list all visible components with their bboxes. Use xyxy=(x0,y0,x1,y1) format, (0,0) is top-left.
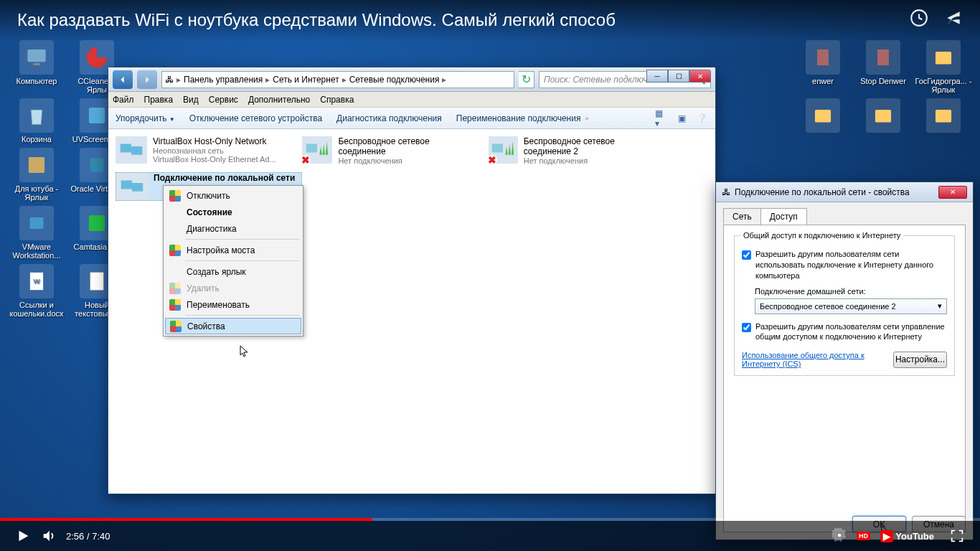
ctx-rename[interactable]: Переименовать xyxy=(165,296,301,313)
menu-tools[interactable]: Сервис xyxy=(209,95,238,105)
separator xyxy=(185,315,300,316)
toolbar-disable[interactable]: Отключение сетевого устройства xyxy=(189,113,322,123)
settings-icon[interactable] xyxy=(832,528,847,545)
checkbox-allow-control[interactable] xyxy=(742,323,751,332)
item-sub: Неопознанная сеть xyxy=(153,146,276,155)
desktop-icon[interactable] xyxy=(914,98,973,135)
help-icon[interactable]: ❔ xyxy=(695,112,708,125)
volume-button[interactable] xyxy=(36,523,62,549)
breadcrumb[interactable]: 🖧 ▸ Панель управления ▸ Сеть и Интернет … xyxy=(161,71,514,88)
desktop-icon[interactable]: enwer xyxy=(793,40,852,94)
hd-badge: HD xyxy=(857,532,870,540)
play-button[interactable] xyxy=(10,523,36,549)
breadcrumb-icon: 🖧 xyxy=(165,75,174,85)
separator xyxy=(185,260,300,261)
desktop-icon[interactable]: Компьютер xyxy=(7,40,66,94)
view-mode-icon[interactable]: ▦ ▾ xyxy=(655,112,668,125)
desktop-icon[interactable]: Корзина xyxy=(7,98,66,143)
network-item[interactable]: Беспроводное сетевое соединениеНет подкл… xyxy=(302,136,474,165)
desktop-icon[interactable]: Stop Denwer xyxy=(854,40,913,94)
close-button[interactable]: ✕ xyxy=(689,70,711,83)
watch-later-icon[interactable] xyxy=(910,9,928,32)
context-menu: Отключить Состояние Диагностика Настройк… xyxy=(163,185,303,336)
breadcrumb-item[interactable]: Сеть и Интернет xyxy=(273,75,339,85)
toolbar-organize[interactable]: Упорядочить ▼ xyxy=(116,113,175,123)
ctx-diagnose[interactable]: Диагностика xyxy=(165,220,301,237)
menu-edit[interactable]: Правка xyxy=(144,95,174,105)
toolbar-overflow[interactable]: » xyxy=(585,115,588,122)
icon-label: VMware Workstation... xyxy=(7,242,66,260)
dialog-tabs: Сеть Доступ xyxy=(716,202,973,225)
svg-rect-16 xyxy=(121,144,131,153)
fullscreen-button[interactable] xyxy=(944,523,970,549)
close-button[interactable]: ✕ xyxy=(938,186,967,199)
svg-rect-18 xyxy=(306,144,317,153)
dropdown-value: Беспроводное сетевое соединение 2 xyxy=(760,302,896,311)
checkbox-allow-share[interactable] xyxy=(742,250,751,260)
icon-label: ГосГидрогра... - Ярлык xyxy=(914,77,973,94)
menu-help[interactable]: Справка xyxy=(320,95,354,105)
group-label: Общий доступ к подключению к Интернету xyxy=(740,231,903,240)
shield-icon xyxy=(169,245,181,256)
desktop-icon[interactable]: VMware Workstation... xyxy=(7,206,66,260)
properties-dialog: 🖧 Подключение по локальной сети - свойст… xyxy=(715,182,974,540)
explorer-titlebar[interactable]: 🖧 ▸ Панель управления ▸ Сеть и Интернет … xyxy=(108,67,715,92)
separator xyxy=(185,239,300,240)
desktop-icon[interactable] xyxy=(793,98,852,135)
refresh-button[interactable]: ↻ xyxy=(519,71,534,88)
tab-network[interactable]: Сеть xyxy=(723,208,761,225)
video-title-text: Как раздавать WiFi с ноутбука средствами… xyxy=(17,10,616,30)
item-title: Беспроводное сетевое соединение 2 xyxy=(524,136,661,156)
svg-point-23 xyxy=(837,533,841,537)
svg-rect-20 xyxy=(121,181,132,189)
settings-button[interactable]: Настройка... xyxy=(893,352,947,368)
breadcrumb-item[interactable]: Панель управления xyxy=(184,75,263,85)
svg-rect-14 xyxy=(875,110,891,122)
desktop-icon[interactable]: ГосГидрогра... - Ярлык xyxy=(914,40,973,94)
icon-label: Ссылки и кошельки.docx xyxy=(7,301,66,318)
svg-rect-4 xyxy=(90,159,104,172)
desktop-icon[interactable]: Для ютуба - Ярлык xyxy=(7,148,66,202)
preview-pane-icon[interactable]: ▣ xyxy=(675,112,688,125)
minimize-button[interactable]: ─ xyxy=(646,70,668,83)
home-network-dropdown[interactable]: Беспроводное сетевое соединение 2 ▾ xyxy=(755,298,947,314)
nav-forward-button[interactable] xyxy=(137,70,157,89)
toolbar-diagnose[interactable]: Диагностика подключения xyxy=(336,113,442,123)
share-icon[interactable] xyxy=(944,9,963,32)
breadcrumb-item[interactable]: Сетевые подключения xyxy=(349,75,440,85)
item-sub: Нет подключения xyxy=(524,156,661,165)
desktop-icons-right: enwer Stop Denwer ГосГидрогра... - Ярлык xyxy=(772,40,973,135)
dialog-titlebar[interactable]: 🖧 Подключение по локальной сети - свойст… xyxy=(716,182,973,202)
ctx-disconnect[interactable]: Отключить xyxy=(165,187,301,204)
item-title: VirtualBox Host-Only Network xyxy=(153,136,276,146)
shield-icon xyxy=(169,190,181,202)
item-sub2: VirtualBox Host-Only Ethernet Ad... xyxy=(153,155,276,164)
shield-icon xyxy=(169,299,181,311)
dropdown-label: Подключение домашней сети: xyxy=(755,287,947,296)
tab-sharing[interactable]: Доступ xyxy=(760,208,807,225)
ctx-status[interactable]: Состояние xyxy=(165,204,301,220)
svg-rect-11 xyxy=(877,50,889,65)
youtube-logo[interactable]: ▶ YouTube xyxy=(880,531,934,542)
toolbar-rename[interactable]: Переименование подключения xyxy=(456,113,581,123)
window-buttons: ─ ☐ ✕ xyxy=(646,70,711,83)
desktop-icon[interactable]: WСсылки и кошельки.docx xyxy=(7,264,66,318)
svg-rect-19 xyxy=(492,144,503,153)
svg-rect-12 xyxy=(936,52,951,64)
menu-extra[interactable]: Дополнительно xyxy=(248,95,310,105)
item-sub: Нет подключения xyxy=(338,156,474,165)
desktop-icon[interactable] xyxy=(854,98,913,135)
explorer-body[interactable]: VirtualBox Host-Only NetworkНеопознанная… xyxy=(108,129,715,494)
menu-file[interactable]: Файл xyxy=(113,95,134,105)
ctx-properties[interactable]: Свойства xyxy=(165,318,301,334)
nav-back-button[interactable] xyxy=(113,70,133,89)
ethernet-icon xyxy=(116,173,148,200)
maximize-button[interactable]: ☐ xyxy=(668,70,689,83)
network-item[interactable]: Беспроводное сетевое соединение 2Нет под… xyxy=(489,136,661,165)
dialog-title: Подключение по локальной сети - свойства xyxy=(735,187,910,197)
ctx-shortcut[interactable]: Создать ярлык xyxy=(165,263,301,280)
ctx-bridge[interactable]: Настройка моста xyxy=(165,242,301,258)
menu-view[interactable]: Вид xyxy=(183,95,199,105)
network-item[interactable]: VirtualBox Host-Only NetworkНеопознанная… xyxy=(116,136,288,165)
ics-link[interactable]: Использование общего доступа к Интернету… xyxy=(742,351,893,368)
